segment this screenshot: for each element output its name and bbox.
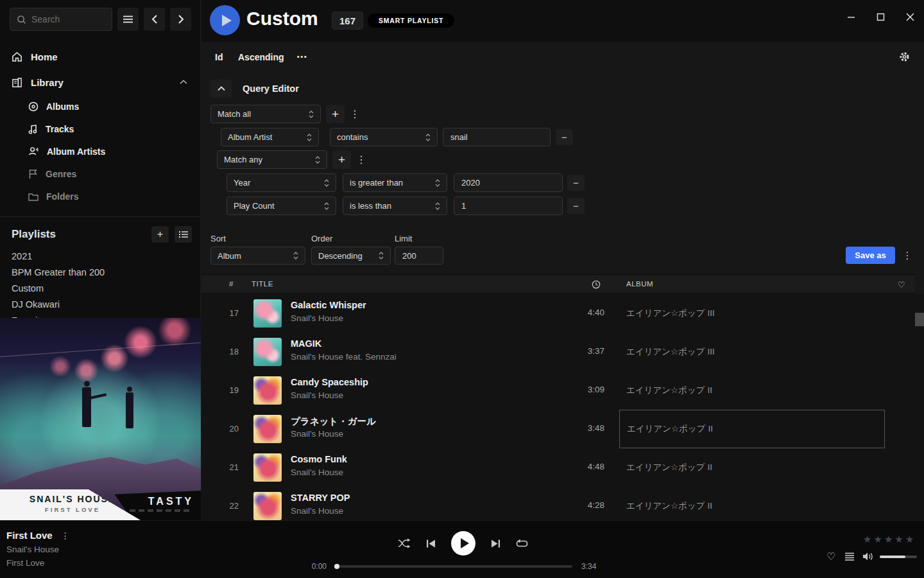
rule-field-select[interactable]: Play Count <box>227 197 336 215</box>
now-playing-menu-button[interactable]: ⋮ <box>61 530 70 541</box>
playlist-list-button[interactable] <box>175 226 192 243</box>
collapse-query-editor-button[interactable] <box>210 80 232 98</box>
row-number: 18 <box>219 347 239 356</box>
add-rule-button[interactable]: + <box>332 150 351 169</box>
queue-icon[interactable] <box>844 552 855 561</box>
rule-operator-select[interactable]: is greater than <box>343 173 447 192</box>
search-field[interactable] <box>31 14 102 24</box>
sort-select[interactable]: Album <box>210 247 305 265</box>
now-playing-title[interactable]: First Love <box>6 530 53 541</box>
row-number: 22 <box>219 501 239 511</box>
next-button[interactable] <box>491 539 501 548</box>
album-cell[interactable]: エイリアン☆ポップ II <box>619 487 885 520</box>
group-menu-button[interactable]: ⋮ <box>349 105 361 123</box>
save-as-button[interactable]: Save as <box>846 247 895 264</box>
add-rule-button[interactable]: + <box>326 105 345 123</box>
table-row[interactable]: 21 Cosmo Funk Snail's House 4:48 エイリアン☆ポ… <box>201 448 924 487</box>
sidebar-item-home[interactable]: Home <box>0 44 200 69</box>
chevron-left-icon <box>151 15 158 24</box>
remove-rule-button[interactable]: − <box>567 198 585 214</box>
group-menu-button[interactable]: ⋮ <box>355 150 367 169</box>
volume-icon[interactable] <box>862 552 874 561</box>
sidebar-item-tracks[interactable]: Tracks <box>0 118 200 140</box>
progress-knob[interactable] <box>334 564 339 569</box>
previous-button[interactable] <box>426 539 436 548</box>
track-duration: 3:48 <box>561 423 604 433</box>
back-button[interactable] <box>144 8 165 31</box>
now-playing-artist[interactable]: Snail's House <box>6 545 59 554</box>
star-icon[interactable]: ★ <box>884 534 893 545</box>
table-row[interactable]: 22 STARRY POP Snail's House 4:28 エイリアン☆ポ… <box>201 487 924 520</box>
rule-value-input[interactable]: 2020 <box>454 173 563 192</box>
playlist-item[interactable]: DJ Okawari <box>0 296 200 312</box>
playlist-item[interactable]: Custom <box>0 280 200 296</box>
now-playing-artwork[interactable]: TASTY SNAIL'S HOUSE FIRST LOVE <box>0 318 201 520</box>
sort-label: Sort <box>210 234 226 243</box>
updown-chevron-icon <box>307 133 312 142</box>
order-select[interactable]: Descending <box>311 247 391 265</box>
rule-operator-select[interactable]: is less than <box>343 197 447 215</box>
add-playlist-button[interactable]: + <box>151 226 169 243</box>
album-cell[interactable]: エイリアン☆ポップ III <box>619 333 885 371</box>
more-options-button[interactable]: ⋯ <box>296 51 307 63</box>
table-row[interactable]: 17 Galactic Whisper Snail's House 4:40 エ… <box>201 294 924 333</box>
menu-button[interactable] <box>117 8 139 31</box>
column-header-album[interactable]: ALBUM <box>626 280 653 288</box>
play-button[interactable] <box>451 531 475 556</box>
album-art-thumb <box>253 338 282 366</box>
rule-field-select[interactable]: Year <box>227 173 336 192</box>
table-row[interactable]: 20 プラネット・ガール Snail's House 3:48 エイリアン☆ポッ… <box>201 410 924 448</box>
match-any-select[interactable]: Match any <box>217 150 327 169</box>
sidebar-item-genres[interactable]: Genres <box>0 162 200 185</box>
gear-icon[interactable] <box>899 51 910 62</box>
duration-clock-icon[interactable] <box>592 280 601 289</box>
limit-input[interactable]: 200 <box>395 247 443 265</box>
column-header-index[interactable]: # <box>229 280 234 288</box>
star-icon[interactable]: ★ <box>894 534 903 545</box>
remove-rule-button[interactable]: − <box>567 175 585 191</box>
star-icon[interactable]: ★ <box>873 534 882 545</box>
star-icon[interactable]: ★ <box>905 534 914 545</box>
album-cell[interactable]: エイリアン☆ポップ II <box>619 448 885 487</box>
save-menu-button[interactable]: ⋮ <box>901 247 914 264</box>
album-cell[interactable]: エイリアン☆ポップ III <box>619 294 885 333</box>
match-all-select[interactable]: Match all <box>210 105 321 123</box>
rule-value-input[interactable]: snail <box>443 128 551 146</box>
now-playing-info: First Love ⋮ <box>6 530 70 541</box>
playlist-item[interactable]: 2021 <box>0 248 200 264</box>
shuffle-button[interactable] <box>398 538 411 548</box>
rule-operator-select[interactable]: contains <box>330 128 438 146</box>
table-row[interactable]: 19 Candy Spaceship Snail's House 3:09 エイ… <box>201 371 924 410</box>
star-icon[interactable]: ★ <box>863 534 871 545</box>
search-input[interactable] <box>10 8 112 31</box>
close-button[interactable] <box>905 12 915 22</box>
playlist-item[interactable]: BPM Greater than 200 <box>0 264 200 280</box>
order-label: Order <box>311 234 332 243</box>
favorite-heart-icon[interactable]: ♡ <box>898 280 905 290</box>
rule-value-input[interactable]: 1 <box>454 197 563 215</box>
column-header-title[interactable]: TITLE <box>252 280 273 288</box>
forward-button[interactable] <box>170 8 191 31</box>
sidebar-item-library[interactable]: Library <box>0 69 200 95</box>
row-number: 20 <box>219 424 239 434</box>
sort-direction-button[interactable]: Ascending <box>238 52 284 62</box>
table-row[interactable]: 18 MAGIK Snail's House feat. Sennzai 3:3… <box>201 333 924 371</box>
minimize-button[interactable] <box>846 12 856 22</box>
sort-field-button[interactable]: Id <box>215 52 223 62</box>
now-playing-album[interactable]: First Love <box>6 558 44 568</box>
rule-field-select[interactable]: Album Artist <box>221 128 319 146</box>
remove-rule-button[interactable]: − <box>556 129 573 145</box>
play-playlist-button[interactable] <box>210 5 240 35</box>
maximize-button[interactable] <box>875 12 886 22</box>
album-cell[interactable]: エイリアン☆ポップ II <box>619 410 885 448</box>
progress-slider[interactable] <box>335 565 572 568</box>
scrollbar-thumb[interactable] <box>915 313 924 326</box>
sidebar-item-albums[interactable]: Albums <box>0 95 200 118</box>
repeat-button[interactable] <box>516 539 528 548</box>
favorite-heart-icon[interactable]: ♡ <box>826 550 835 563</box>
volume-slider[interactable] <box>880 556 917 558</box>
sidebar-item-folders[interactable]: Folders <box>0 185 200 207</box>
album-cell[interactable]: エイリアン☆ポップ II <box>619 371 885 410</box>
sidebar-item-album-artists[interactable]: Album Artists <box>0 140 200 162</box>
chevron-up-icon[interactable] <box>180 80 187 85</box>
